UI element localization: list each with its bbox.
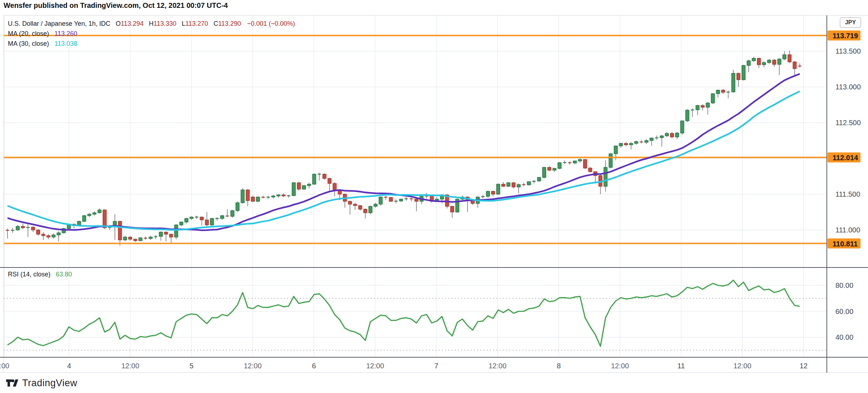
rsi-axis[interactable]: 80.0060.0040.00 bbox=[835, 281, 853, 341]
ohlc-high-value: 113.330 bbox=[154, 20, 176, 27]
tradingview-footer[interactable]: TradingView bbox=[6, 378, 77, 389]
symbol-legend-row[interactable]: U.S. Dollar / Japanese Yen, 1h, IDC O113… bbox=[8, 19, 295, 29]
svg-text:111.000: 111.000 bbox=[835, 226, 860, 234]
change-value: −0.001 (−0.00%) bbox=[247, 20, 295, 27]
ohlc-open-value: 113.294 bbox=[121, 20, 144, 27]
tradingview-brand-text: TradingView bbox=[22, 378, 77, 389]
rsi-label: RSI (14, close) bbox=[8, 271, 50, 278]
svg-text:112.014: 112.014 bbox=[833, 154, 858, 162]
svg-text:60.00: 60.00 bbox=[835, 308, 853, 315]
ma30-label: MA (30, close) bbox=[8, 40, 49, 47]
chart-canvas[interactable]: 113.500113.000112.500111.500111.000113.7… bbox=[0, 0, 868, 393]
ohlc-low-value: 113.270 bbox=[185, 20, 208, 27]
svg-text:12: 12 bbox=[800, 362, 808, 370]
ma30-legend-row[interactable]: MA (30, close) 113.038 bbox=[8, 39, 295, 49]
svg-text:40.00: 40.00 bbox=[835, 333, 853, 341]
svg-text:12:00: 12:00 bbox=[611, 362, 629, 370]
price-axis[interactable]: 113.500113.000112.500111.500111.000113.7… bbox=[828, 30, 861, 249]
ohlc-open-letter: O bbox=[116, 20, 121, 27]
rsi-pane-legend[interactable]: RSI (14, close) 63.80 bbox=[8, 271, 72, 278]
currency-badge: JPY bbox=[840, 17, 861, 28]
tradingview-logo-icon bbox=[6, 378, 19, 389]
svg-text:8: 8 bbox=[557, 362, 561, 370]
svg-text:12:00: 12:00 bbox=[489, 362, 506, 370]
svg-text:113.000: 113.000 bbox=[835, 83, 861, 91]
symbol-title: U.S. Dollar / Japanese Yen, 1h, IDC bbox=[8, 20, 110, 27]
published-header: Wensfer published on TradingView.com, Oc… bbox=[4, 1, 228, 10]
ma20-legend-row[interactable]: MA (20, close) 113.260 bbox=[8, 29, 295, 39]
svg-text:12:00: 12:00 bbox=[733, 362, 751, 370]
svg-text:12:00: 12:00 bbox=[244, 362, 262, 370]
ma20-value: 113.260 bbox=[54, 30, 77, 37]
ohlc-close-value: 113.290 bbox=[218, 20, 241, 27]
time-axis[interactable]: :00412:00512:00612:00712:00812:001112:00… bbox=[0, 362, 808, 370]
svg-text:12:00: 12:00 bbox=[366, 362, 384, 370]
svg-text:11: 11 bbox=[678, 362, 685, 370]
svg-text:6: 6 bbox=[312, 362, 316, 370]
tradingview-published-chart: 113.500113.000112.500111.500111.000113.7… bbox=[0, 0, 868, 393]
svg-text:7: 7 bbox=[434, 362, 438, 370]
ma30-value: 113.038 bbox=[54, 40, 77, 47]
svg-text:111.500: 111.500 bbox=[835, 190, 860, 198]
ohlc-low-letter: L bbox=[182, 20, 185, 27]
svg-text:112.500: 112.500 bbox=[835, 119, 861, 127]
ohlc-close-letter: C bbox=[213, 20, 218, 27]
horizontal-level-lines[interactable] bbox=[4, 35, 827, 244]
svg-text::00: :00 bbox=[0, 362, 9, 370]
svg-text:4: 4 bbox=[67, 362, 71, 370]
svg-text:5: 5 bbox=[189, 362, 193, 370]
svg-text:113.719: 113.719 bbox=[833, 32, 858, 40]
svg-text:80.00: 80.00 bbox=[835, 281, 853, 289]
ma20-label: MA (20, close) bbox=[8, 30, 49, 37]
svg-text:113.500: 113.500 bbox=[835, 47, 861, 55]
svg-text:12:00: 12:00 bbox=[121, 362, 139, 370]
rsi-value: 63.80 bbox=[56, 271, 72, 278]
ohlc-high-letter: H bbox=[149, 20, 154, 27]
main-pane-legend: U.S. Dollar / Japanese Yen, 1h, IDC O113… bbox=[8, 19, 295, 49]
gridlines bbox=[4, 15, 827, 357]
svg-text:110.811: 110.811 bbox=[833, 240, 858, 248]
